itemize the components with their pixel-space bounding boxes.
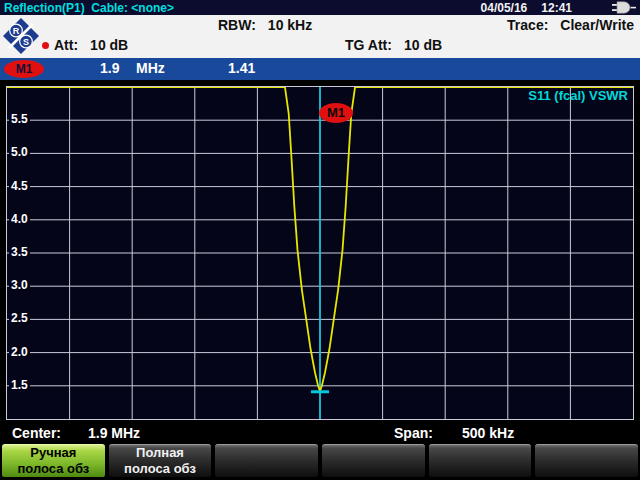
softkey-5[interactable] [429, 444, 532, 478]
center-label: Center: [12, 425, 61, 441]
trace-setting: Trace:Clear/Write [507, 17, 634, 33]
y-axis-label: 2.0 [9, 345, 30, 360]
frequency-footer: Center: 1.9 MHz Span: 500 kHz [0, 423, 640, 443]
tg-att-value: 10 dB [404, 37, 442, 53]
softkey-3[interactable] [215, 444, 318, 478]
center-value: 1.9 MHz [88, 425, 140, 441]
span-label: Span: [394, 425, 433, 441]
marker-frequency: 1.9 [100, 60, 119, 76]
softkey-2[interactable]: Полнаяполоса обз [109, 444, 212, 478]
softkey-label-line1: Полная [136, 445, 184, 461]
softkey-bar: Ручнаяполоса обзПолнаяполоса обз [0, 443, 640, 480]
tg-att-label: TG Att: [345, 37, 392, 53]
svg-text:R: R [13, 26, 20, 36]
instrument-screen: Reflection(P1) Cable: <none> 04/05/16 12… [0, 0, 640, 480]
y-axis-label: 3.0 [9, 278, 30, 293]
tg-att-setting: TG Att:10 dB [345, 37, 442, 53]
trace-value: Clear/Write [560, 17, 634, 33]
softkey-label-line2: полоса обз [124, 461, 196, 477]
rbw-label: RBW: [218, 17, 256, 33]
datetime-area: 04/05/16 12:41 [481, 1, 636, 15]
y-axis-label: 5.5 [9, 112, 30, 127]
trace-mode-label: S11 (fcal) VSWR [528, 88, 628, 103]
marker-readout-bar: M1 1.9 MHz 1.41 [0, 58, 640, 80]
svg-text:S: S [23, 37, 29, 47]
time-text: 12:41 [541, 1, 572, 15]
vswr-trace-plot [7, 87, 633, 419]
softkey-4[interactable] [322, 444, 425, 478]
trace-label: Trace: [507, 17, 548, 33]
chart-area: 5.55.04.54.03.53.02.52.01.5 S11 (fcal) V… [6, 86, 634, 420]
date-text: 04/05/16 [481, 1, 528, 15]
span-value: 500 kHz [462, 425, 514, 441]
marker-frequency-unit: MHz [136, 60, 165, 76]
measurement-title: Reflection(P1) Cable: <none> [4, 1, 174, 15]
chart-region: 5.55.04.54.03.53.02.52.01.5 S11 (fcal) V… [0, 80, 640, 423]
chart-marker-m1-badge: M1 [319, 103, 353, 123]
rbw-setting: RBW:10 kHz [218, 17, 312, 33]
att-label: Att: [54, 37, 78, 53]
ref-level-dot-icon [42, 42, 49, 49]
y-axis-label: 3.5 [9, 245, 30, 260]
att-setting: Att:10 dB [42, 37, 128, 53]
marker-m1-badge: M1 [4, 60, 44, 78]
softkey-6[interactable] [535, 444, 638, 478]
softkey-1[interactable]: Ручнаяполоса обз [2, 444, 105, 478]
y-axis-label: 5.0 [9, 145, 30, 160]
softkey-label-line1: Ручная [30, 445, 76, 461]
y-axis-label: 2.5 [9, 311, 30, 326]
att-value: 10 dB [90, 37, 128, 53]
settings-header: R S RBW:10 kHz Trace:Clear/Write Att:10 … [0, 15, 640, 58]
softkey-label-line2: полоса обз [17, 461, 89, 477]
rohde-schwarz-logo: R S [2, 17, 40, 55]
y-axis-label: 1.5 [9, 378, 30, 393]
top-status-bar: Reflection(P1) Cable: <none> 04/05/16 12… [0, 0, 640, 15]
rbw-value: 10 kHz [268, 17, 312, 33]
y-axis-label: 4.0 [9, 212, 30, 227]
ac-plug-icon [612, 1, 636, 14]
y-axis-label: 4.5 [9, 179, 30, 194]
marker-value: 1.41 [228, 60, 255, 76]
